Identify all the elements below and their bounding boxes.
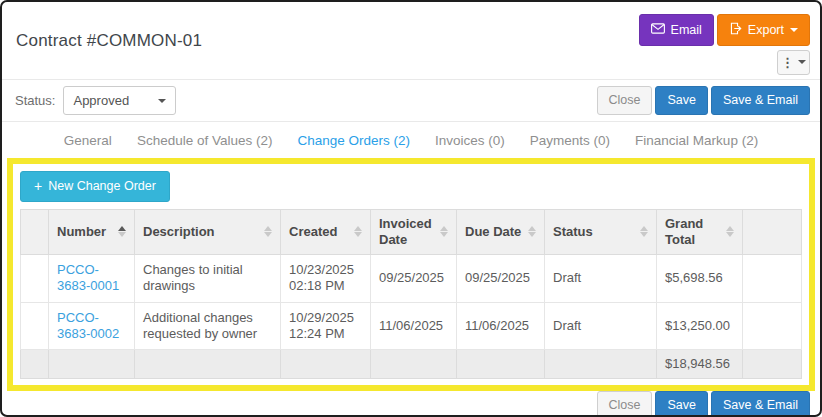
chevron-down-icon xyxy=(798,60,806,64)
tab-bar: General Schedule of Values (2) Change Or… xyxy=(2,122,820,158)
column-header-created[interactable]: Created xyxy=(281,209,371,255)
table-footer-row: $18,948.56 xyxy=(21,350,802,379)
column-header-description[interactable]: Description xyxy=(135,209,281,255)
invoiced-date-cell: 09/25/2025 xyxy=(371,255,457,303)
tab-financial-markup[interactable]: Financial Markup (2) xyxy=(635,133,758,148)
change-order-number-cell: PCCO-3683-0002 xyxy=(49,302,135,350)
tab-payments[interactable]: Payments (0) xyxy=(530,133,610,148)
plus-icon: + xyxy=(34,181,42,191)
change-order-link[interactable]: PCCO-3683-0002 xyxy=(57,310,119,341)
tab-invoices[interactable]: Invoices (0) xyxy=(435,133,505,148)
tab-change-orders[interactable]: Change Orders (2) xyxy=(297,133,410,148)
row-actions-cell xyxy=(743,302,802,350)
column-header-empty xyxy=(21,209,49,255)
status-selected-value: Approved xyxy=(73,93,129,108)
column-header-due-date[interactable]: Due Date xyxy=(457,209,545,255)
row-gutter-cell xyxy=(21,255,49,303)
sort-icon xyxy=(528,226,536,237)
column-header-actions-empty xyxy=(743,209,802,255)
row-actions-cell xyxy=(743,255,802,303)
tab-general[interactable]: General xyxy=(64,133,112,148)
new-change-order-button[interactable]: + New Change Order xyxy=(20,171,170,202)
change-order-link[interactable]: PCCO-3683-0001 xyxy=(57,262,119,293)
sort-icon xyxy=(640,226,648,237)
column-header-status[interactable]: Status xyxy=(545,209,657,255)
status-cell: Draft xyxy=(545,255,657,303)
created-cell: 10/29/2025 12:24 PM xyxy=(281,302,371,350)
new-change-order-label: New Change Order xyxy=(48,180,156,193)
save-and-email-button-bottom[interactable]: Save & Email xyxy=(711,391,810,417)
export-button[interactable]: Export xyxy=(717,14,810,46)
email-button[interactable]: Email xyxy=(639,14,714,46)
due-date-cell: 11/06/2025 xyxy=(457,302,545,350)
modal-footer: Close Save Save & Email xyxy=(2,391,820,417)
column-header-grand-total[interactable]: Grand Total xyxy=(657,209,743,255)
row-gutter-cell xyxy=(21,302,49,350)
chevron-down-icon xyxy=(790,28,798,32)
header-actions: Email Export ⋮ xyxy=(639,2,810,79)
status-select[interactable]: Approved xyxy=(63,86,176,115)
sort-icon xyxy=(354,226,362,237)
export-button-label: Export xyxy=(748,24,784,37)
grand-total-cell: $5,698.56 xyxy=(657,255,743,303)
envelope-icon xyxy=(651,23,665,37)
invoiced-date-cell: 11/06/2025 xyxy=(371,302,457,350)
contract-modal: Contract #COMMON-01 Email Export xyxy=(0,0,822,417)
column-header-invoiced-date[interactable]: Invoiced Date xyxy=(371,209,457,255)
table-header-row: Number Description Created Invoiced Date xyxy=(21,209,802,255)
created-cell: 10/23/2025 02:18 PM xyxy=(281,255,371,303)
table-row: PCCO-3683-0001 Changes to initial drawin… xyxy=(21,255,802,303)
tab-schedule-of-values[interactable]: Schedule of Values (2) xyxy=(137,133,273,148)
email-button-label: Email xyxy=(671,24,702,37)
sort-ascending-icon xyxy=(118,226,126,237)
chevron-down-icon xyxy=(158,99,166,103)
status-label: Status: xyxy=(15,93,55,108)
export-icon xyxy=(729,22,742,38)
due-date-cell: 09/25/2025 xyxy=(457,255,545,303)
sort-icon xyxy=(726,226,734,237)
status-cell: Draft xyxy=(545,302,657,350)
change-orders-table: Number Description Created Invoiced Date xyxy=(20,209,802,380)
save-button-top[interactable]: Save xyxy=(655,86,708,115)
change-orders-highlight-panel: + New Change Order Number Description xyxy=(7,158,815,391)
close-button-top[interactable]: Close xyxy=(597,86,653,115)
sort-icon xyxy=(264,226,272,237)
description-cell: Additional changes requested by owner xyxy=(135,302,281,350)
close-button-bottom[interactable]: Close xyxy=(597,391,653,417)
table-row: PCCO-3683-0002 Additional changes reques… xyxy=(21,302,802,350)
status-bar: Status: Approved Close Save Save & Email xyxy=(2,80,820,122)
save-and-email-button-top[interactable]: Save & Email xyxy=(711,86,810,115)
footer-grand-total: $18,948.56 xyxy=(657,350,743,379)
grand-total-cell: $13,250.00 xyxy=(657,302,743,350)
column-header-number[interactable]: Number xyxy=(49,209,135,255)
more-options-button[interactable]: ⋮ xyxy=(777,50,810,75)
change-order-number-cell: PCCO-3683-0001 xyxy=(49,255,135,303)
vertical-ellipsis-icon: ⋮ xyxy=(781,56,794,69)
description-cell: Changes to initial drawings xyxy=(135,255,281,303)
save-button-bottom[interactable]: Save xyxy=(655,391,708,417)
sort-icon xyxy=(440,226,448,237)
modal-header: Contract #COMMON-01 Email Export xyxy=(2,2,820,80)
page-title: Contract #COMMON-01 xyxy=(16,31,202,51)
